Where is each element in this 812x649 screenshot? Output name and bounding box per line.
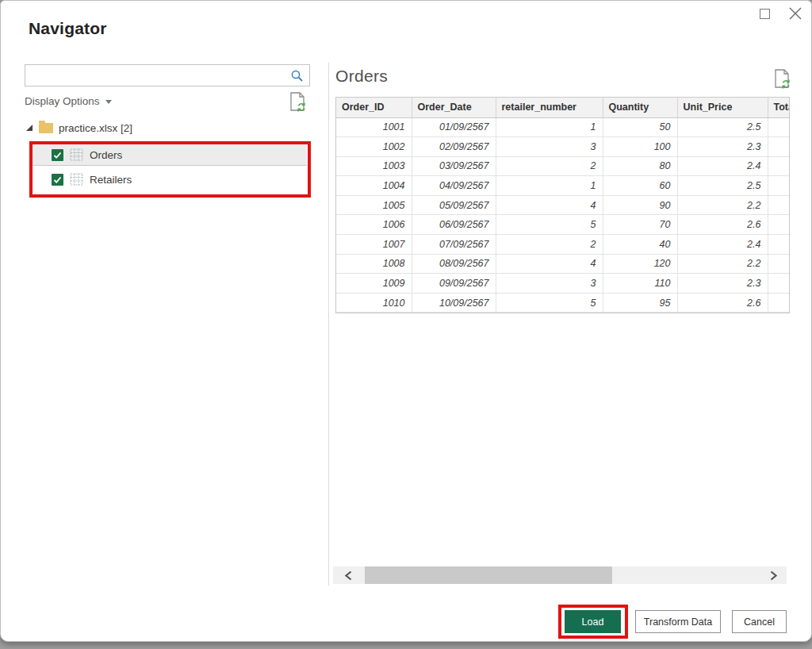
table-cell: 110 (603, 274, 677, 294)
table-cell: 5 (496, 293, 603, 313)
table-cell: 4 (496, 195, 603, 215)
workbook-label: practice.xlsx [2] (59, 122, 132, 134)
cancel-button[interactable]: Cancel (732, 610, 787, 633)
expand-triangle-icon[interactable] (25, 124, 33, 132)
column-header: Order_Date (412, 98, 496, 117)
table-cell: 1007 (336, 235, 412, 255)
tree-item-label: Retailers (90, 174, 132, 186)
display-options-dropdown[interactable]: Display Options (25, 95, 112, 107)
search-box (25, 64, 310, 86)
orders-checkbox[interactable] (52, 149, 63, 161)
table-row: 100505/09/25674902.2 (336, 195, 790, 215)
column-header: Unit_Price (677, 98, 768, 117)
table-cell: 08/09/2567 (412, 254, 496, 274)
table-cell: 2.6 (677, 293, 768, 313)
table-cell (768, 215, 790, 235)
preview-title: Orders (335, 67, 388, 86)
table-cell (768, 195, 790, 215)
table-row: 100404/09/25671602.5 (336, 176, 790, 196)
table-cell: 60 (603, 176, 677, 196)
tree-item-retailers[interactable]: Retailers (33, 168, 307, 190)
table-cell: 2 (496, 235, 603, 255)
column-header: Quantity (603, 98, 677, 117)
tree-item-orders[interactable]: Orders (33, 144, 307, 166)
table-cell (768, 293, 790, 313)
column-header: Order_ID (336, 98, 412, 117)
refresh-preview-icon[interactable] (289, 92, 306, 112)
table-cell: 1006 (336, 215, 412, 235)
table-cell: 10/09/2567 (412, 293, 496, 313)
table-cell: 07/09/2567 (412, 235, 496, 255)
folder-icon (39, 123, 53, 133)
table-cell: 05/09/2567 (412, 195, 496, 215)
table-cell: 70 (603, 215, 677, 235)
table-cell: 06/09/2567 (412, 215, 496, 235)
table-cell: 50 (603, 117, 677, 137)
table-cell: 1009 (336, 274, 412, 294)
preview-table: Order_IDOrder_Dateretailer_numberQuantit… (336, 98, 790, 313)
navigator-tree: practice.xlsx [2] Orders (1, 119, 324, 190)
pane-divider (328, 63, 329, 586)
table-cell: 04/09/2567 (412, 176, 496, 196)
horizontal-scrollbar[interactable] (333, 566, 787, 584)
check-icon (53, 151, 62, 159)
table-cell: 1005 (336, 195, 412, 215)
preview-table-container: Order_IDOrder_Dateretailer_numberQuantit… (335, 97, 790, 313)
table-cell: 2.2 (677, 195, 768, 215)
display-options-label: Display Options (25, 95, 100, 107)
table-cell (768, 235, 790, 255)
table-cell: 02/09/2567 (412, 137, 496, 157)
table-cell: 40 (603, 235, 677, 255)
retailers-checkbox[interactable] (52, 174, 63, 186)
table-icon (70, 148, 83, 161)
table-cell: 3 (496, 274, 603, 294)
table-cell (768, 254, 790, 274)
scroll-right-icon[interactable] (761, 566, 785, 584)
check-icon (53, 175, 62, 184)
table-row: 100808/09/256741202.2 (336, 254, 790, 274)
refresh-preview-icon[interactable] (774, 69, 791, 89)
table-row: 100101/09/25671502.5 (336, 117, 790, 137)
table-cell: 1002 (336, 137, 412, 157)
table-cell: 1001 (336, 117, 412, 137)
table-header-row: Order_IDOrder_Dateretailer_numberQuantit… (336, 98, 790, 117)
tree-folder-row[interactable]: practice.xlsx [2] (1, 119, 324, 136)
table-cell: 1 (496, 176, 603, 196)
table-cell: 80 (603, 156, 677, 176)
table-cell: 1008 (336, 254, 412, 274)
table-cell: 2.4 (677, 156, 768, 176)
table-cell: 2.3 (677, 274, 768, 294)
table-cell: 3 (496, 137, 603, 157)
table-cell: 2.5 (677, 176, 768, 196)
table-cell: 2.4 (677, 235, 768, 255)
scroll-left-icon[interactable] (336, 566, 360, 584)
table-cell: 1004 (336, 176, 412, 196)
table-row: 100707/09/25672402.4 (336, 235, 790, 255)
close-icon[interactable] (789, 7, 802, 20)
column-header: Total_ (768, 98, 790, 117)
table-cell: 95 (603, 293, 677, 313)
search-input[interactable] (25, 65, 290, 86)
table-cell: 1010 (336, 293, 412, 313)
table-cell: 5 (496, 215, 603, 235)
column-header: retailer_number (496, 98, 603, 117)
scrollbar-thumb[interactable] (365, 566, 612, 584)
search-icon[interactable] (290, 69, 304, 83)
maximize-icon[interactable] (760, 9, 770, 19)
table-cell (768, 137, 790, 157)
table-cell: 2.5 (677, 117, 768, 137)
window-controls (760, 7, 802, 20)
table-icon (70, 173, 83, 186)
table-cell: 2.2 (677, 254, 768, 274)
load-button[interactable]: Load (565, 610, 621, 633)
table-cell (768, 274, 790, 294)
table-row: 100303/09/25672802.4 (336, 156, 790, 176)
navigator-dialog: Navigator Display Options practice.xlsx (0, 0, 812, 642)
table-cell: 09/09/2567 (412, 274, 496, 294)
transform-data-button[interactable]: Transform Data (635, 610, 721, 633)
dialog-title: Navigator (29, 19, 107, 38)
table-cell: 03/09/2567 (412, 156, 496, 176)
table-cell: 90 (603, 195, 677, 215)
table-cell: 100 (603, 137, 677, 157)
table-row: 101010/09/25675952.6 (336, 293, 790, 313)
